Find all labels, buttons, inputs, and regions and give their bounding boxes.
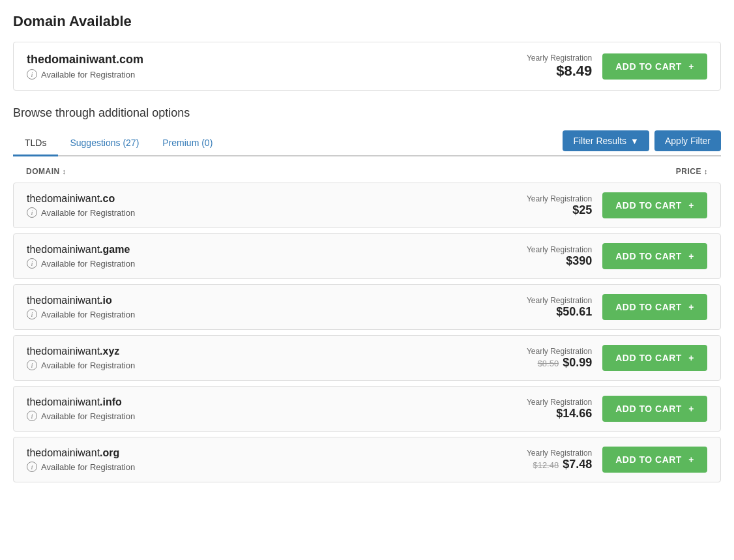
add-to-cart-button-1[interactable]: ADD TO CART + — [602, 243, 707, 269]
row-price-value: $14.66 — [556, 407, 592, 420]
domain-row: thedomainiwant.gameiAvailable for Regist… — [13, 233, 721, 279]
row-price-value: $25 — [572, 203, 592, 216]
domain-price-section: Yearly Registration$14.66 — [527, 398, 592, 420]
domain-tld: .game — [100, 244, 130, 255]
plus-icon: + — [686, 61, 694, 72]
domain-available-tag: iAvailable for Registration — [27, 309, 135, 319]
domain-row: thedomainiwant.xyziAvailable for Registr… — [13, 335, 721, 381]
row-price-label: Yearly Registration — [527, 194, 592, 203]
add-to-cart-button-2[interactable]: ADD TO CART + — [602, 294, 707, 320]
filter-buttons-group: Filter Results ▼ Apply Filter — [563, 130, 721, 155]
column-header-domain: DOMAIN ↕ — [26, 167, 66, 176]
row-price-row: $390 — [527, 254, 592, 268]
available-label: Available for Registration — [41, 259, 135, 269]
domain-row-name: thedomainiwant.org — [27, 447, 135, 459]
featured-add-to-cart-button[interactable]: ADD TO CART + — [602, 53, 707, 80]
domain-price-section: Yearly Registration$12.48$7.48 — [527, 449, 592, 471]
column-header-price: PRICE ↕ — [676, 167, 708, 176]
domain-row-right: Yearly Registration$50.61ADD TO CART + — [527, 294, 707, 320]
domain-row-right: Yearly Registration$8.50$0.99ADD TO CART… — [527, 345, 707, 371]
domain-tld: .co — [100, 193, 115, 204]
tab-suggestions[interactable]: Suggestions (27) — [58, 131, 151, 156]
add-to-cart-button-4[interactable]: ADD TO CART + — [602, 396, 707, 422]
domain-available-tag: iAvailable for Registration — [27, 360, 135, 370]
price-sort-icon: ↕ — [704, 168, 708, 175]
table-header: DOMAIN ↕ PRICE ↕ — [13, 160, 721, 183]
domain-row: thedomainiwant.coiAvailable for Registra… — [13, 183, 721, 228]
domain-available-tag: iAvailable for Registration — [27, 462, 135, 472]
row-price-label: Yearly Registration — [527, 398, 592, 407]
row-price-label: Yearly Registration — [527, 296, 592, 305]
apply-filter-button[interactable]: Apply Filter — [654, 130, 721, 151]
domain-row: thedomainiwant.infoiAvailable for Regist… — [13, 386, 721, 432]
add-to-cart-button-5[interactable]: ADD TO CART + — [602, 447, 707, 473]
featured-price-value: $8.49 — [527, 63, 592, 80]
featured-price-section: Yearly Registration $8.49 — [527, 53, 592, 80]
featured-domain-row: thedomainiwant.com i Available for Regis… — [13, 42, 721, 91]
domain-row-info: thedomainiwant.coiAvailable for Registra… — [27, 193, 135, 218]
available-label: Available for Registration — [41, 411, 135, 421]
tabs-container: TLDs Suggestions (27) Premium (0) — [13, 131, 224, 155]
plus-icon: + — [686, 251, 694, 261]
domain-row-name: thedomainiwant.info — [27, 396, 135, 408]
row-price-value: $390 — [566, 254, 592, 267]
add-to-cart-button-0[interactable]: ADD TO CART + — [602, 192, 707, 218]
domain-row-right: Yearly Registration$25ADD TO CART + — [527, 192, 707, 218]
row-price-row: $12.48$7.48 — [527, 458, 592, 471]
browse-title: Browse through additional options — [13, 106, 721, 120]
available-label: Available for Registration — [41, 361, 135, 370]
domain-row-name: thedomainiwant.xyz — [27, 346, 135, 357]
domain-sort-icon: ↕ — [63, 168, 66, 175]
info-icon: i — [27, 258, 37, 269]
domain-row-right: Yearly Registration$12.48$7.48ADD TO CAR… — [527, 447, 707, 473]
available-label: Available for Registration — [41, 310, 135, 319]
domain-base: thedomainiwant — [27, 447, 100, 458]
featured-available-label: Available for Registration — [41, 70, 135, 80]
available-label: Available for Registration — [41, 462, 135, 472]
domain-price-section: Yearly Registration$390 — [527, 245, 592, 268]
row-price-row: $50.61 — [527, 305, 592, 319]
row-price-original: $12.48 — [533, 460, 559, 470]
domain-price-section: Yearly Registration$50.61 — [527, 296, 592, 319]
row-price-label: Yearly Registration — [527, 347, 592, 356]
plus-icon: + — [686, 302, 694, 312]
filter-results-label: Filter Results — [573, 136, 626, 146]
domain-price-section: Yearly Registration$8.50$0.99 — [527, 347, 592, 370]
info-icon: i — [27, 462, 37, 472]
domain-row-info: thedomainiwant.ioiAvailable for Registra… — [27, 295, 135, 319]
plus-icon: + — [686, 454, 694, 465]
tab-premium[interactable]: Premium (0) — [151, 131, 224, 156]
domain-row-info: thedomainiwant.orgiAvailable for Registr… — [27, 447, 135, 472]
featured-domain-name: thedomainiwant.com — [27, 53, 143, 66]
domain-tld: .xyz — [100, 346, 119, 357]
available-label: Available for Registration — [41, 208, 135, 218]
domain-row-info: thedomainiwant.xyziAvailable for Registr… — [27, 346, 135, 370]
featured-domain-base: thedomainiwant — [27, 53, 116, 66]
row-price-label: Yearly Registration — [527, 245, 592, 254]
plus-icon: + — [686, 200, 694, 211]
domain-row-right: Yearly Registration$390ADD TO CART + — [527, 243, 707, 269]
row-price-row: $8.50$0.99 — [527, 356, 592, 370]
domain-available-tag: iAvailable for Registration — [27, 207, 135, 218]
domain-row-name: thedomainiwant.io — [27, 295, 135, 306]
domain-price-section: Yearly Registration$25 — [527, 194, 592, 217]
info-icon: i — [27, 309, 37, 319]
filter-results-button[interactable]: Filter Results ▼ — [563, 130, 649, 151]
domain-row-name: thedomainiwant.co — [27, 193, 135, 205]
domain-row-name: thedomainiwant.game — [27, 244, 135, 256]
domain-base: thedomainiwant — [27, 346, 100, 357]
domain-row: thedomainiwant.orgiAvailable for Registr… — [13, 437, 721, 482]
featured-available-tag: i Available for Registration — [27, 69, 143, 80]
row-price-value: $50.61 — [556, 305, 592, 318]
plus-icon: + — [686, 353, 694, 363]
filter-funnel-icon: ▼ — [630, 136, 639, 146]
featured-domain-info: thedomainiwant.com i Available for Regis… — [27, 53, 143, 80]
tab-tlds[interactable]: TLDs — [13, 131, 58, 156]
domain-tld: .io — [100, 295, 112, 306]
add-to-cart-button-3[interactable]: ADD TO CART + — [602, 345, 707, 371]
row-price-row: $14.66 — [527, 407, 592, 420]
domain-base: thedomainiwant — [27, 295, 100, 306]
row-price-original: $8.50 — [538, 359, 559, 368]
featured-price-label: Yearly Registration — [527, 53, 592, 63]
domain-base: thedomainiwant — [27, 193, 100, 204]
